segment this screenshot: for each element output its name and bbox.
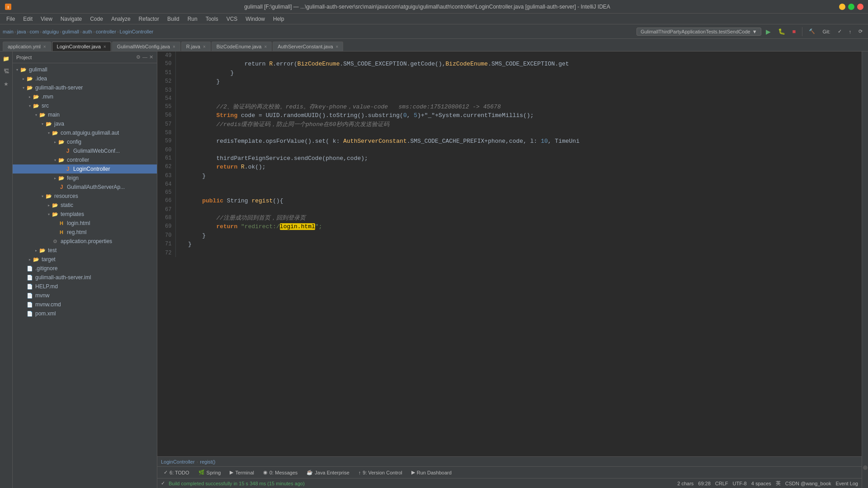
tree-item[interactable]: ▾📂resources: [13, 192, 157, 201]
tree-expand-icon[interactable]: ▾: [27, 103, 33, 108]
tab-close-icon[interactable]: ×: [104, 44, 106, 49]
tab-logincontroller-java[interactable]: LoginController.java×: [52, 42, 111, 51]
tab-todo[interactable]: ✓ 6: TODO: [160, 469, 193, 476]
line-content[interactable]: [184, 94, 862, 103]
tab-terminal[interactable]: ▶ Terminal: [226, 469, 258, 476]
tree-expand-icon[interactable]: [21, 284, 26, 289]
menu-item-build[interactable]: Build: [164, 15, 183, 23]
tab-r-java[interactable]: R.java×: [181, 42, 211, 51]
line-content[interactable]: return R.error(BizCodeEnume.SMS_CODE_EXC…: [184, 60, 862, 69]
line-content[interactable]: //redis缓存验证码，防止同一个phone在60秒内再次发送验证码: [184, 120, 862, 129]
breadcrumb-auth[interactable]: auth: [83, 29, 92, 34]
tab-close-icon[interactable]: ×: [173, 44, 175, 49]
tree-expand-icon[interactable]: ▾: [14, 67, 20, 72]
run-config-dropdown[interactable]: GulimallThirdPartyApplicationTests.testS…: [637, 28, 761, 36]
cursor-position[interactable]: 69:28: [698, 481, 711, 486]
tree-expand-icon[interactable]: [52, 221, 58, 226]
breadcrumb-atguigu[interactable]: atguigu: [42, 29, 59, 34]
tree-item[interactable]: ▾📂main: [13, 110, 157, 119]
tree-item[interactable]: 📄pom.xml: [13, 309, 157, 318]
favorites-sidebar-icon[interactable]: ★: [1, 79, 12, 89]
menu-item-run[interactable]: Run: [184, 15, 201, 23]
tree-item[interactable]: ▸📂static: [13, 201, 157, 210]
tab-close-icon[interactable]: ×: [203, 44, 206, 49]
tab-gulimallwebconfig-java[interactable]: GulimallWebConfig.java×: [112, 42, 180, 51]
menu-item-window[interactable]: Window: [242, 15, 269, 23]
line-content[interactable]: [184, 146, 862, 154]
tree-expand-icon[interactable]: ▸: [52, 139, 58, 145]
menu-item-view[interactable]: View: [37, 15, 56, 23]
line-content[interactable]: String code = UUID.randomUUID().toString…: [184, 111, 862, 120]
tab-java-enterprise[interactable]: ☕ Java Enterprise: [303, 469, 353, 476]
line-content[interactable]: thirdPartFeignService.sendCode(phone,cod…: [184, 154, 862, 163]
line-ending[interactable]: CRLF: [715, 481, 728, 486]
tree-expand-icon[interactable]: ▸: [33, 248, 39, 253]
tree-expand-icon[interactable]: [59, 148, 64, 154]
tree-item[interactable]: 📄.gitignore: [13, 264, 157, 273]
indent-setting[interactable]: 4 spaces: [751, 481, 771, 486]
menu-item-file[interactable]: File: [3, 15, 19, 23]
bc-logincontroller[interactable]: LoginController: [161, 459, 195, 465]
tab-bizcodeenume-java[interactable]: BizCodeEnume.java×: [212, 42, 272, 51]
menu-item-code[interactable]: Code: [86, 15, 107, 23]
line-content[interactable]: [184, 180, 862, 188]
tree-expand-icon[interactable]: ▸: [27, 94, 33, 99]
bc-regist[interactable]: regist(): [200, 459, 215, 465]
project-collapse-icon[interactable]: —: [142, 54, 147, 60]
tree-expand-icon[interactable]: ▾: [21, 85, 26, 90]
tab-close-icon[interactable]: ×: [43, 44, 46, 49]
code-editor[interactable]: 4950 return R.error(BizCodeEnume.SMS_COD…: [157, 52, 862, 456]
line-content[interactable]: [184, 188, 862, 197]
git-history-button[interactable]: ⟳: [856, 28, 865, 35]
tree-item[interactable]: Hreg.html: [13, 228, 157, 237]
tree-expand-icon[interactable]: [52, 230, 58, 235]
tree-expand-icon[interactable]: ▾: [52, 157, 58, 163]
tree-item[interactable]: JLoginController: [13, 164, 157, 174]
line-content[interactable]: redisTemplate.opsForValue().set( k: Auth…: [184, 137, 862, 146]
tree-item[interactable]: ▾📂src: [13, 101, 157, 110]
project-sidebar-icon[interactable]: 📁: [1, 53, 12, 64]
breadcrumb-com[interactable]: com: [29, 29, 39, 34]
tree-expand-icon[interactable]: ▸: [21, 76, 26, 81]
breadcrumb-controller[interactable]: controller: [96, 29, 116, 34]
tree-item[interactable]: ▸📂target: [13, 255, 157, 264]
tree-expand-icon[interactable]: ▾: [40, 121, 45, 127]
tab-application-yml[interactable]: application.yml×: [3, 42, 51, 51]
line-content[interactable]: }: [184, 77, 862, 86]
menu-item-tools[interactable]: Tools: [202, 15, 222, 23]
tree-item[interactable]: JGulimallWebConf...: [13, 146, 157, 155]
stop-button[interactable]: ■: [790, 27, 799, 36]
tree-expand-icon[interactable]: [52, 184, 58, 190]
tree-item[interactable]: ▸📂test: [13, 246, 157, 255]
line-content[interactable]: [184, 86, 862, 94]
menu-item-navigate[interactable]: Navigate: [57, 15, 85, 23]
menu-item-vcs[interactable]: VCS: [223, 15, 241, 23]
tree-expand-icon[interactable]: [21, 275, 26, 280]
tree-item[interactable]: ▸📂config: [13, 137, 157, 146]
tree-item[interactable]: JGulimallAuthServerAp...: [13, 183, 157, 192]
close-button[interactable]: [857, 4, 863, 10]
line-content[interactable]: return "redirect:/login.html";: [184, 222, 862, 231]
minimize-button[interactable]: [839, 4, 845, 10]
git-commit-button[interactable]: ✓: [835, 28, 844, 35]
project-settings-icon[interactable]: ⚙: [136, 54, 141, 60]
debug-button[interactable]: 🐛: [775, 27, 788, 36]
tree-item[interactable]: ▾📂templates: [13, 210, 157, 219]
tree-item[interactable]: ▸📂.idea: [13, 74, 157, 83]
tree-expand-icon[interactable]: ▾: [46, 130, 52, 136]
tree-item[interactable]: 📄HELP.md: [13, 282, 157, 291]
line-content[interactable]: }: [184, 240, 862, 249]
maximize-button[interactable]: [848, 4, 854, 10]
line-content[interactable]: //2、验证码的再次校验。redis。存key-phone，value-code…: [184, 103, 862, 112]
tab-close-icon[interactable]: ×: [264, 44, 267, 49]
line-content[interactable]: [184, 52, 862, 60]
menu-item-analyze[interactable]: Analyze: [108, 15, 134, 23]
project-close-icon[interactable]: ✕: [149, 54, 153, 60]
tree-item[interactable]: 📄mvnw.cmd: [13, 300, 157, 309]
run-button[interactable]: ▶: [763, 27, 774, 36]
tree-expand-icon[interactable]: ▸: [27, 257, 33, 262]
breadcrumb-gulimall[interactable]: gulimall: [62, 29, 79, 34]
structure-sidebar-icon[interactable]: 🏗: [1, 66, 12, 77]
tab-run-dashboard[interactable]: ▶ Run Dashboard: [408, 469, 455, 476]
tree-expand-icon[interactable]: [21, 302, 26, 307]
